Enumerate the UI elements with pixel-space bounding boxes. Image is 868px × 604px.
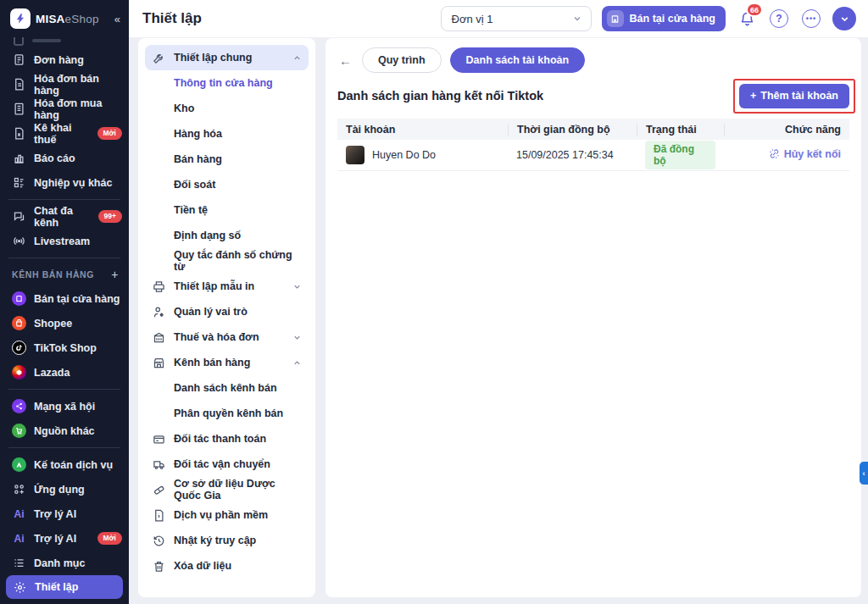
sidebar-item-label: Thiết lập — [35, 581, 78, 593]
settings-item-number-format[interactable]: Định dạng số — [145, 223, 309, 248]
add-account-label: Thêm tài khoản — [760, 90, 838, 102]
sidebar-item-ai-assistant[interactable]: Ai Trợ lý AI — [0, 501, 129, 526]
back-arrow-icon[interactable]: ← — [337, 53, 353, 68]
sidebar-item-livestream[interactable]: Livestream — [0, 229, 129, 253]
settings-item-store-info[interactable]: Thông tin cửa hàng — [145, 70, 309, 96]
sidebar-item-social-networks[interactable]: Mạng xã hội — [0, 394, 129, 418]
edge-panel-toggle[interactable]: ‹ — [860, 462, 868, 485]
sidebar-divider — [8, 447, 120, 448]
sidebar-item-orders[interactable]: Đơn hàng — [0, 47, 129, 72]
tab-account-list[interactable]: Danh sách tài khoản — [450, 47, 586, 73]
account-name: Huyen Do Do — [372, 149, 436, 161]
sidebar-item-lazada[interactable]: Lazada — [0, 360, 129, 385]
sidebar-divider — [8, 258, 120, 258]
settings-item-general[interactable]: Thiết lập chung — [145, 45, 309, 70]
settings-item-reconciliation[interactable]: Đối soát — [145, 172, 309, 197]
chevron-down-icon — [292, 333, 302, 342]
sell-at-store-button[interactable]: Bán tại cửa hàng — [602, 6, 726, 31]
sidebar-item-shopee[interactable]: Shopee — [0, 311, 129, 335]
settings-item-tax-invoice[interactable]: Thuế và hóa đơn — [145, 324, 309, 350]
more-options-button[interactable]: ••• — [800, 8, 822, 30]
disconnect-link[interactable]: Hủy kết nối — [769, 148, 841, 160]
settings-item-payment-partners[interactable]: Đối tác thanh toán — [145, 426, 309, 452]
settings-item-software-services[interactable]: Dịch vụ phần mềm — [145, 502, 309, 528]
col-sync-time: Thời gian đồng bộ — [508, 124, 637, 136]
add-channel-icon[interactable]: + — [111, 268, 119, 281]
sidebar-item-settings[interactable]: Thiết lập — [6, 575, 123, 599]
settings-item-label: Định dạng số — [174, 230, 241, 241]
settings-item-document-numbering[interactable]: Quy tắc đánh số chứng từ — [145, 248, 309, 274]
tiktok-icon — [12, 341, 26, 355]
settings-item-label: Đối tác thanh toán — [174, 433, 266, 445]
settings-item-access-log[interactable]: Nhật ký truy cập — [145, 528, 309, 553]
settings-item-national-drug-database[interactable]: Cơ sở dữ liệu Dược Quốc Gia — [145, 477, 309, 502]
settings-item-print-templates[interactable]: Thiết lập mẫu in — [145, 274, 309, 299]
settings-item-role-management[interactable]: Quản lý vai trò — [145, 299, 309, 324]
accounting-service-icon — [12, 457, 26, 472]
apps-icon — [12, 482, 26, 496]
disconnect-label: Hủy kết nối — [784, 148, 841, 160]
sidebar-item-sales-invoice[interactable]: Hóa đơn bán hàng — [0, 72, 129, 97]
chevron-left-icon: ‹ — [863, 469, 865, 478]
sidebar-item-sell-at-store[interactable]: Bán tại cửa hàng — [0, 286, 129, 311]
sidebar-item-reports[interactable]: Báo cáo — [0, 146, 129, 170]
sidebar-item-label: Ứng dụng — [34, 484, 85, 496]
settings-item-label: Hàng hóa — [174, 128, 222, 140]
sidebar-item-label: Kế toán dịch vụ — [34, 459, 113, 471]
title-row: Danh sách gian hàng kết nối Tiktok + Thê… — [337, 81, 849, 110]
sidebar-item-label: Shopee — [34, 318, 72, 330]
sidebar-item-applications[interactable]: Ứng dụng — [0, 477, 129, 501]
storefront-icon — [152, 356, 166, 370]
sidebar-item-purchase-invoice[interactable]: Hóa đơn mua hàng — [0, 97, 129, 121]
misa-logo-icon — [10, 8, 31, 29]
sync-time: 15/09/2025 17:45:34 — [508, 149, 637, 161]
account-menu-button[interactable] — [832, 7, 856, 30]
notifications-button[interactable]: 66 — [736, 8, 758, 30]
ai-icon: Ai — [12, 531, 26, 546]
sidebar-item-label: Hóa đơn bán hàng — [34, 73, 122, 97]
order-icon — [12, 53, 26, 67]
sidebar-item-categories[interactable]: Danh mục — [0, 551, 129, 575]
sidebar-item-tax-declaration[interactable]: Kê khai thuế Mới — [0, 121, 129, 146]
shopee-icon — [12, 316, 26, 330]
settings-item-label: Thiết lập chung — [174, 52, 252, 64]
main-content-panel: ← Quy trình Danh sách tài khoản Danh sác… — [326, 38, 861, 597]
settings-item-shipping-partners[interactable]: Đối tác vận chuyển — [145, 452, 309, 477]
sidebar-divider — [8, 199, 120, 200]
settings-item-channel-permissions[interactable]: Phân quyền kênh bán — [145, 401, 309, 426]
brand-name: MISAeShop — [36, 13, 99, 25]
credit-card-icon — [152, 432, 166, 446]
tab-process[interactable]: Quy trình — [362, 47, 442, 73]
list-grid-icon — [12, 175, 26, 190]
sidebar-item-ai-assistant-new[interactable]: Ai Trợ lý AI Mới — [0, 526, 129, 551]
sidebar-collapse-icon[interactable]: « — [114, 13, 120, 25]
unlink-icon — [769, 148, 780, 159]
settings-item-label: Nhật ký truy cập — [174, 535, 256, 546]
settings-item-sales-channels[interactable]: Kênh bán hàng — [145, 350, 309, 375]
file-info-icon — [152, 508, 166, 523]
store-channel-icon — [12, 291, 26, 306]
unit-select[interactable]: Đơn vị 1 — [441, 6, 592, 31]
table-header: Tài khoản Thời gian đồng bộ Trạng thái C… — [337, 119, 849, 140]
count-badge: 99+ — [98, 210, 122, 223]
store-button-label: Bán tại cửa hàng — [630, 13, 715, 25]
settings-item-goods[interactable]: Hàng hóa — [145, 121, 309, 147]
settings-item-sales[interactable]: Bán hàng — [145, 147, 309, 172]
primary-sidebar: MISAeShop « Đơn hàng Hóa đơn bán hàng Hó… — [0, 0, 129, 604]
printer-icon — [152, 280, 166, 294]
trash-icon — [152, 559, 166, 574]
settings-item-currency[interactable]: Tiền tệ — [145, 197, 309, 223]
help-button[interactable]: ? — [768, 8, 790, 30]
sidebar-item-other-sources[interactable]: Nguồn khác — [0, 418, 129, 443]
settings-item-label: Tiền tệ — [174, 204, 208, 216]
settings-item-channel-list[interactable]: Danh sách kênh bán — [145, 375, 309, 401]
table-row: Huyen Do Do 15/09/2025 17:45:34 Đã đồng … — [337, 140, 849, 171]
sidebar-item-accounting-service[interactable]: Kế toán dịch vụ — [0, 452, 129, 477]
settings-item-warehouse[interactable]: Kho — [145, 96, 309, 121]
sidebar-item-tiktok-shop[interactable]: TikTok Shop — [0, 335, 129, 360]
settings-item-delete-data[interactable]: Xóa dữ liệu — [145, 553, 309, 579]
tabs-row: ← Quy trình Danh sách tài khoản — [337, 47, 849, 74]
sidebar-item-omnichannel-chat[interactable]: Chat đa kênh 99+ — [0, 204, 129, 229]
sidebar-item-other-operations[interactable]: Nghiệp vụ khác — [0, 170, 129, 195]
add-account-button[interactable]: + Thêm tài khoản — [739, 84, 849, 108]
